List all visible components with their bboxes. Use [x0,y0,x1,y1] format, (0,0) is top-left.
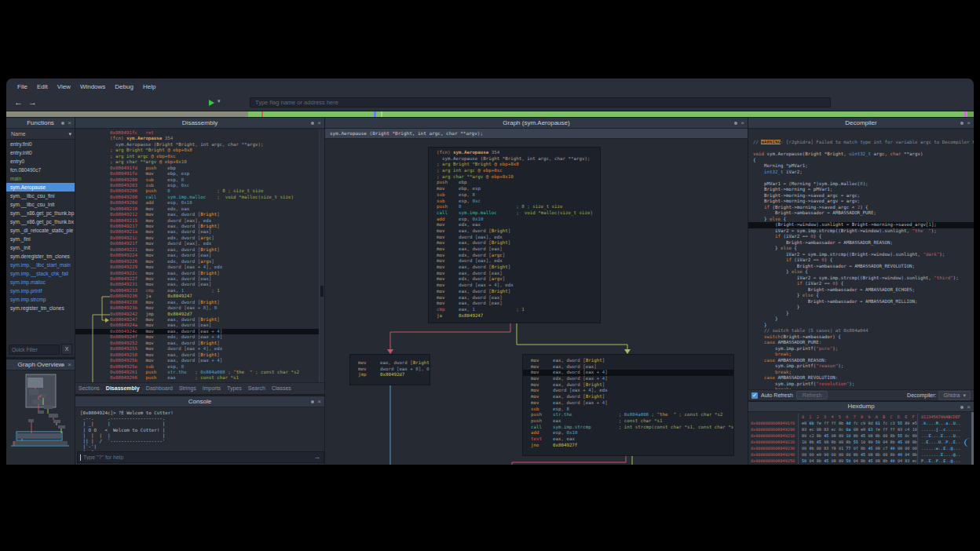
menu-item-debug[interactable]: Debug [110,81,138,93]
disasm-line[interactable]: 0x08049226 mov edx, dword [argv] [110,259,324,265]
decompiler-line[interactable]: Bright->ambassador = AMBASSADOR_REASON; [753,240,974,246]
disasm-line[interactable]: 0x08049200 sub esp, 8 [110,177,324,183]
graph-block-entry[interactable]: (fcn) sym.Aeropause 354 sym.Aeropause (B… [428,147,601,323]
graph-canvas[interactable]: (fcn) sym.Aeropause 354 sym.Aeropause (B… [325,139,748,465]
forward-arrow-icon[interactable]: → [28,97,37,108]
debug-dropdown-caret-icon[interactable]: ▾ [218,98,221,104]
decompiler-line[interactable]: Bright->ambassador = AMBASSADOR_MILLION; [753,299,974,305]
graph-line[interactable]: mov eax, dword [Bright] [358,360,430,367]
disasm-line[interactable]: 0x08049217 mov eax, dword [Bright] [110,224,324,229]
decompiler-line[interactable]: } else { [753,217,974,223]
graph-line[interactable]: sub esp, 8 [437,192,600,199]
graph-line[interactable]: jmp 0x80492d7 [358,372,430,378]
disasm-line[interactable]: 0x08049212 mov eax, dword [Bright] [110,212,324,217]
function-item[interactable]: fcn.080490c7 [6,166,75,174]
graph-line[interactable]: push str.the ; 0x804a008 ; "the " ; cons… [531,412,733,418]
disasm-line[interactable]: 0x0804920d add esp, 0x10 [110,200,324,206]
disasm-line[interactable]: sym.Aeropause (Bright *Bright, int argc,… [110,142,324,148]
graph-block-false-branch[interactable]: mov eax, dword [Bright]mov dword [eax + … [349,354,430,385]
graph-line[interactable]: sub esp, 0xc [437,199,600,205]
hexdump-row[interactable]: 0x000000000804922010 8b 45 08 8b 00 8b 5… [748,439,974,445]
graph-line[interactable]: mov edx, eax [437,222,600,228]
disasm-line[interactable]: 0x0804921a mov eax, dword [eax] [110,229,324,235]
auto-refresh-checkbox[interactable]: ✓ [751,392,758,399]
function-item[interactable]: sym._init [6,243,75,252]
graph-line[interactable]: mov eax, dword [Bright] [531,394,733,400]
disasm-line[interactable]: 0x08049224 mov eax, dword [eax] [110,253,324,258]
decompiler-line[interactable]: Bright->ambassador = AMBASSADOR_PURE; [753,210,974,217]
console-send-icon[interactable]: → [311,453,324,462]
function-item[interactable]: sym.imp.__libc_start_main [6,261,75,269]
decompiler-line[interactable]: { [753,158,974,164]
decompiler-line[interactable]: break; [753,352,974,358]
close-icon[interactable]: × [967,118,971,128]
tab-types[interactable]: Types [224,383,245,394]
quick-filter-input[interactable] [9,345,60,355]
disasm-line[interactable]: 0x0804922c mov eax, dword [Bright] [110,271,324,276]
hexdump-row[interactable]: 0x000000000804923000 8b 00 83 f8 01 77 0… [748,445,974,451]
tab-imports[interactable]: Imports [199,383,224,394]
decompiler-line[interactable]: if (Bright->morning->saved_argc < 2) { [753,205,974,211]
graph-line[interactable]: mov eax, dword [Bright] [531,358,733,364]
function-item[interactable]: sym.__x86.get_pc_thunk.bp [6,209,75,217]
decompiler-engine-select[interactable]: Ghidra ▾ [938,391,971,400]
graph-overview-title[interactable]: Graph Overview × [6,359,75,370]
panel-menu-icon[interactable] [960,406,964,409]
disasm-line[interactable]: 0x0804925e sub esp, 8 [110,364,324,370]
graph-line[interactable]: add esp, 0x10 [531,430,733,436]
graph-line[interactable]: cmp eax, 1 ; 1 [437,307,600,313]
graph-line[interactable]: mov eax, dword [Bright] [437,240,600,246]
console-line[interactable]: |`-'| [80,444,324,450]
menu-item-help[interactable]: Help [138,81,160,93]
function-item[interactable]: entry0 [6,157,75,166]
function-item[interactable]: entry.init0 [6,148,75,157]
scrollbar[interactable] [971,412,974,465]
decompiler-line[interactable]: sym.imp.printf("revolution"); [753,381,974,388]
disasm-line[interactable]: 0x0804924f mov edx, dword [eax + 4] [110,334,324,340]
decompiler-line[interactable]: } [753,316,974,323]
panel-menu-icon[interactable] [960,122,964,125]
decompiler-line[interactable]: Bright->morning = pMVar1; [753,187,974,193]
hexdump-row[interactable]: 0x000000000804920083 ec 08 83 ec 0c 6a 0… [748,426,974,432]
decompiler-line[interactable] [753,146,974,152]
function-item[interactable]: sym.__libc_csu_fini [6,192,75,200]
panel-menu-icon[interactable] [734,122,737,125]
disasm-line[interactable]: (fcn) sym.Aeropause 354 [110,136,324,141]
disasm-line[interactable]: 0x080491fc ret [110,130,324,136]
function-item[interactable]: main [6,174,75,183]
graph-line[interactable]: mov eax, dword [eax] [437,246,600,253]
function-item[interactable]: sym._fini [6,235,75,243]
close-icon[interactable]: × [317,396,321,407]
console-line[interactable]: || | / `-------------------' [80,439,324,444]
panel-menu-icon[interactable] [311,122,314,125]
disasm-line[interactable]: 0x08049233 cmp eax, 1 ; 1 [110,288,324,294]
graph-line[interactable]: ; arg Bright *Bright @ ebp+0x8 [437,162,600,168]
function-item[interactable]: sym.imp.malloc [6,278,75,286]
panel-menu-icon[interactable] [61,122,64,125]
disasm-line[interactable]: 0x08049203 sub esp, 0xc [110,183,324,188]
graph-line[interactable]: mov dword [eax], edx [437,258,600,265]
graph-line[interactable]: call sym.imp.malloc ; void *malloc(size_… [437,210,600,217]
decompiler-line[interactable]: } [753,323,974,329]
graph-line[interactable]: mov dword [eax + 8], 0 [358,367,430,373]
function-item[interactable]: sym.imp.__stack_chk_fail [6,269,75,278]
tab-search[interactable]: Search [245,383,269,394]
console-line[interactable]: | _| | | [80,421,324,427]
functions-column-header[interactable]: Name ▾ [6,129,75,140]
close-icon[interactable]: × [68,359,71,370]
decompiler-line[interactable]: pMVar1 = (Morning *)sym.imp.malloc(8); [753,181,974,188]
menu-item-view[interactable]: View [53,81,75,93]
function-item[interactable]: sym._dl_relocate_static_pie [6,226,75,235]
decompiler-line[interactable]: // switch table (5 cases) at 0x804a044 [753,328,974,334]
graph-panel-title[interactable]: Graph (sym.Aeropause) × [325,118,748,129]
decompiler-line[interactable]: case AMBASSADOR_PURE: [753,340,974,346]
graph-line[interactable]: (fcn) sym.Aeropause 354 [437,150,600,156]
disasm-line[interactable]: 0x0804921c mov edx, dword [argc] [110,235,324,241]
decompiler-line[interactable]: } [753,305,974,311]
close-icon[interactable]: × [68,118,71,128]
decompiler-line[interactable]: case AMBASSADOR_REASON: [753,358,974,364]
decompiler-line[interactable]: case AMBASSADOR_REVOLUTION: [753,375,974,381]
graph-line[interactable]: mov edx, dword [eax + 4] [531,376,733,382]
tab-strings[interactable]: Strings [176,383,199,394]
disasm-line[interactable]: ; arg Bright *Bright @ ebp+0x8 [110,148,324,153]
